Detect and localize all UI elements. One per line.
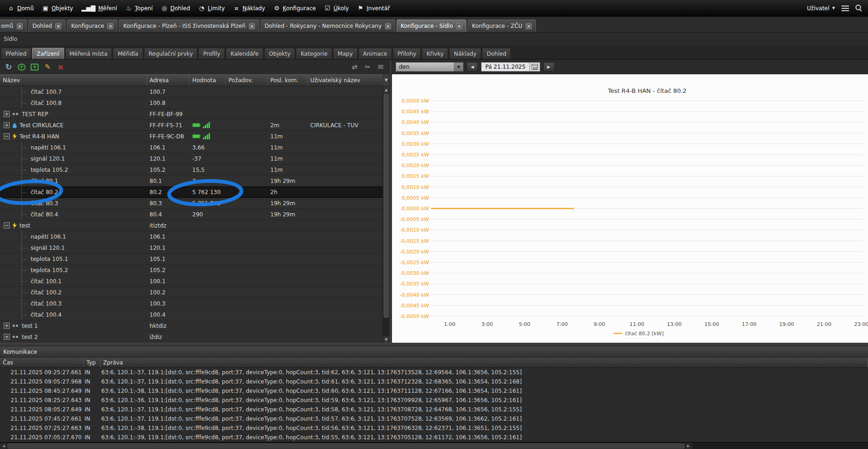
table-row[interactable]: čítač 80.180.1219h 29m <box>0 176 383 187</box>
komunikace-column-header[interactable]: Čas <box>0 358 84 367</box>
tab-close-icon[interactable]: × <box>249 23 255 29</box>
subtab[interactable]: Mapy <box>333 48 357 59</box>
kom-row[interactable]: 21.11.2025 08:05:27.649IN63:6, 120.1:-37… <box>0 405 868 414</box>
subtab[interactable]: Měřená místa <box>65 48 112 59</box>
table-row[interactable]: napětí 106.1106.13,6611m <box>0 142 383 153</box>
scroll-right-icon[interactable]: ▶ <box>685 442 692 449</box>
expand-icon[interactable]: + <box>4 122 10 128</box>
subtab[interactable]: Animace <box>359 48 392 59</box>
kom-row[interactable]: 21.11.2025 07:05:27.670IN63:6, 120.1:-39… <box>0 433 868 442</box>
column-header[interactable]: Uživatelský název <box>307 75 383 86</box>
tab-close-icon[interactable]: × <box>526 23 532 29</box>
horizontal-scrollbar[interactable]: ◀ ▶ <box>0 442 868 449</box>
subtab[interactable]: Kategorie <box>296 48 332 59</box>
komunikace-column-header[interactable]: Typ <box>84 358 100 367</box>
column-header[interactable]: Požadov. <box>226 75 268 86</box>
table-row[interactable]: teplota 105.2105.215,511m <box>0 164 383 176</box>
scroll-left-icon[interactable]: ◀ <box>0 442 7 449</box>
delete-button[interactable]: × <box>57 63 65 72</box>
komunikace-column-header[interactable]: Zpráva <box>100 358 868 367</box>
menu-item-home[interactable]: ⌂ Domů <box>4 0 38 16</box>
subtab[interactable]: Křivky <box>422 48 448 59</box>
scroll-thumb[interactable] <box>384 94 389 318</box>
scroll-up-icon[interactable]: ▲ <box>383 86 389 93</box>
subtab[interactable]: Přílohy <box>393 48 421 59</box>
add-button[interactable]: + <box>18 64 26 71</box>
column-header[interactable]: Název <box>0 75 147 86</box>
swap-icon[interactable]: ⇄ <box>351 63 359 71</box>
subtab[interactable]: Měřidla <box>113 48 143 59</box>
tab-close-icon[interactable]: × <box>456 23 462 29</box>
tab[interactable]: Konfigurace - Sídlo × <box>397 20 466 32</box>
edit-button[interactable]: ✎ <box>44 63 52 71</box>
table-row[interactable]: čítač 80.280.25 762 1302h <box>0 187 383 198</box>
period-dropdown-button[interactable]: ▼ <box>454 62 463 72</box>
scroll-track[interactable] <box>383 93 389 336</box>
hscroll-thumb[interactable] <box>7 443 685 449</box>
menu-icon[interactable] <box>842 6 849 11</box>
tab[interactable]: Dohled - Rokycany - Nemocnice Rokycany × <box>261 20 395 32</box>
tab[interactable]: Konfigurace - Plzeň - ISS živnostenská P… <box>119 20 259 32</box>
kom-row[interactable]: 21.11.2025 07:45:27.661IN63:6, 120.1:-37… <box>0 414 868 423</box>
table-row[interactable]: signál 120.1120.1 <box>0 242 383 254</box>
kom-row[interactable]: 21.11.2025 07:25:27.663IN63:6, 120.1:-38… <box>0 423 868 433</box>
mail-icon[interactable]: ✉ <box>377 63 385 71</box>
menu-item-heating[interactable]: ♨ Topení <box>121 0 157 16</box>
tab-close-icon[interactable]: × <box>385 23 391 29</box>
tab[interactable]: Dohled × <box>28 20 66 32</box>
column-header[interactable]: Posl. kom. <box>268 75 307 86</box>
table-row[interactable]: čítač 100.4100.4 <box>0 309 383 320</box>
table-row[interactable]: −testitiztdz <box>0 220 383 231</box>
subtab[interactable]: Profily <box>198 48 225 59</box>
subtab[interactable]: Zařízení <box>32 48 64 59</box>
table-row[interactable]: čítač 100.8100.8 <box>0 98 383 109</box>
table-row[interactable]: +test 2iždiz <box>0 332 383 343</box>
table-row[interactable]: +test 1hktdiz <box>0 320 383 332</box>
scroll-down-icon[interactable]: ▼ <box>383 336 389 343</box>
collapse-icon[interactable]: − <box>4 133 10 139</box>
collapse-icon[interactable]: − <box>4 222 10 228</box>
prev-day-button[interactable]: ◀ <box>467 62 478 72</box>
kom-row[interactable]: 21.11.2025 08:45:27.649IN63:6, 120.1:-38… <box>0 386 868 396</box>
table-row[interactable]: napětí 106.1106.1 <box>0 231 383 242</box>
expand-icon[interactable]: + <box>4 334 10 340</box>
subtab[interactable]: Přehled <box>1 48 31 59</box>
search-icon[interactable] <box>855 5 862 12</box>
menu-item-costs[interactable]: ¤ Náklady <box>229 0 269 16</box>
table-row[interactable]: čítač 100.1100.1 <box>0 276 383 287</box>
subtab[interactable]: Dohled <box>482 48 511 59</box>
column-header[interactable]: Adresa <box>147 75 189 86</box>
menu-item-inventory[interactable]: ⚑ Inventář <box>353 0 394 16</box>
menu-item-monitoring[interactable]: ◎ Dohled <box>157 0 195 16</box>
tab[interactable]: Konfigurace - ZČU × <box>468 20 536 32</box>
column-header[interactable]: Hodnota <box>189 75 226 86</box>
period-select[interactable]: den <box>396 62 454 72</box>
subtab[interactable]: Kalendáře <box>226 48 263 59</box>
date-input[interactable]: Pá 21.11.2025 <box>481 62 530 72</box>
calendar-button[interactable] <box>530 62 540 72</box>
user-menu[interactable]: Uživatel ▼ <box>807 5 835 12</box>
subtab[interactable]: Náklady <box>449 48 481 59</box>
horizontal-splitter[interactable] <box>0 343 868 346</box>
kom-row[interactable]: 21.11.2025 09:05:27.968IN63:6, 120.1:-37… <box>0 377 868 386</box>
table-row[interactable]: signál 120.1120.1-3711m <box>0 153 383 164</box>
tab-close-icon[interactable]: × <box>55 23 61 29</box>
filter-icon[interactable]: ▼ <box>383 74 389 86</box>
scissors-icon[interactable]: ✂ <box>364 63 372 71</box>
menu-item-objects[interactable]: ▣ Objekty <box>38 0 78 16</box>
table-row[interactable]: čítač 100.3100.3 <box>0 298 383 309</box>
subtab[interactable]: Objekty <box>264 48 295 59</box>
table-row[interactable]: čítač 100.2100.2 <box>0 287 383 298</box>
kom-row[interactable]: 21.11.2025 08:25:27.643IN63:6, 120.1:-36… <box>0 396 868 405</box>
table-row[interactable]: +TEST REPFF-FE-BF-99 <box>0 109 383 120</box>
menu-item-tasks[interactable]: ☑ Úkoly <box>320 0 353 16</box>
subtab[interactable]: Regulační prvky <box>144 48 198 59</box>
expand-icon[interactable]: + <box>4 111 10 117</box>
table-row[interactable]: teplota 105.2105.2 <box>0 265 383 276</box>
table-scrollbar[interactable]: ▼ ▲ ▼ <box>383 74 389 343</box>
expand-icon[interactable]: + <box>4 323 10 329</box>
tab-close-icon[interactable]: × <box>107 23 113 29</box>
menu-item-limits[interactable]: ◔ Limity <box>194 0 229 16</box>
table-row[interactable]: −Test R4-B HANFF-FE-9C-D811m <box>0 131 383 142</box>
refresh-button[interactable]: ↻ <box>5 62 13 72</box>
